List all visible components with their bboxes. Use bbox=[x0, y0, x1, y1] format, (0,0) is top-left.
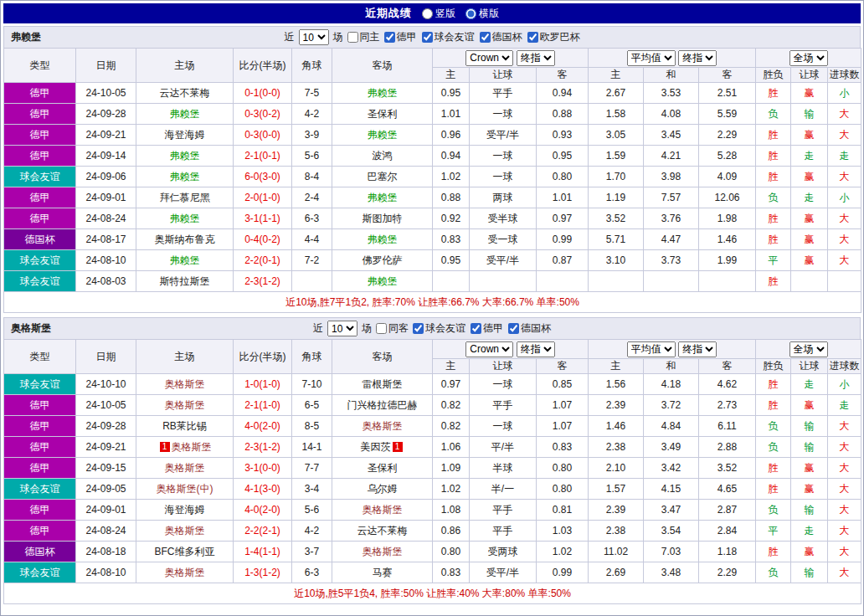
vertical-layout-radio[interactable] bbox=[422, 8, 433, 19]
recent-count-select[interactable]: 10 bbox=[327, 321, 357, 336]
team-name-cell[interactable]: 奥格斯堡 bbox=[136, 458, 234, 479]
team-name: 奥格斯堡 bbox=[165, 525, 205, 536]
league-filter-球会友谊[interactable]: 球会友谊 bbox=[422, 30, 475, 44]
team-name-cell[interactable]: 云达不莱梅 bbox=[136, 83, 234, 104]
layout-option-horizontal[interactable]: 横版 bbox=[465, 7, 499, 21]
result-handicap: 赢 bbox=[791, 83, 828, 104]
same-venue-checkbox[interactable] bbox=[376, 323, 387, 334]
league-filter-checkbox[interactable] bbox=[384, 32, 395, 43]
team-name-cell[interactable]: 奥格斯堡 bbox=[332, 542, 433, 562]
horizontal-layout-radio[interactable] bbox=[465, 8, 476, 19]
same-venue-filter[interactable]: 同客 bbox=[376, 321, 409, 336]
team-name-cell[interactable]: 奥格斯堡 bbox=[332, 500, 433, 521]
match-row: 球会友谊24-10-10奥格斯堡1-0(1-0)7-10雷根斯堡0.97一球0.… bbox=[4, 374, 861, 395]
odds-provider-select[interactable]: Crown bbox=[465, 341, 513, 357]
league-type-badge: 德甲 bbox=[4, 83, 76, 104]
layout-option-vertical[interactable]: 竖版 bbox=[422, 7, 455, 21]
team-name-cell[interactable]: 雷根斯堡 bbox=[332, 374, 433, 395]
team-name-cell[interactable]: 弗赖堡 bbox=[136, 104, 234, 125]
league-filter-checkbox[interactable] bbox=[413, 323, 424, 334]
avg-away: 3.52 bbox=[699, 458, 756, 479]
team-name-cell[interactable]: 圣保利 bbox=[332, 104, 433, 125]
team-name-cell[interactable]: 乌尔姆 bbox=[332, 479, 433, 500]
team-name-cell[interactable]: 门兴格拉德巴赫 bbox=[332, 395, 433, 416]
league-filter-checkbox[interactable] bbox=[471, 323, 481, 334]
same-venue-filter[interactable]: 同主 bbox=[347, 30, 380, 44]
team-name-cell[interactable]: 佛罗伦萨 bbox=[332, 250, 433, 271]
scope-select[interactable]: 全场 bbox=[789, 341, 828, 357]
team-name-cell[interactable]: 奥格斯堡(中) bbox=[136, 479, 234, 500]
team-name-cell[interactable]: 奥格斯堡 bbox=[332, 416, 433, 437]
avg-stage-select[interactable]: 终指 bbox=[678, 341, 717, 357]
team-name-cell[interactable]: 奥斯纳布鲁克 bbox=[136, 229, 234, 250]
team-name-cell[interactable]: 拜仁慕尼黑 bbox=[136, 187, 234, 208]
team-name-cell[interactable]: RB莱比锡 bbox=[136, 416, 234, 437]
league-filter-德甲[interactable]: 德甲 bbox=[384, 30, 417, 44]
odds-home: 1.06 bbox=[433, 437, 470, 458]
team-name-cell[interactable]: 弗赖堡 bbox=[332, 187, 433, 208]
odds-away: 1.07 bbox=[537, 416, 589, 437]
odds-away: 0.80 bbox=[537, 458, 589, 479]
league-filter-球会友谊[interactable]: 球会友谊 bbox=[413, 321, 465, 336]
team-name-cell[interactable]: 美因茨1 bbox=[332, 437, 433, 458]
league-type-badge: 德国杯 bbox=[4, 542, 76, 562]
team-name-cell[interactable]: 弗赖堡 bbox=[332, 125, 433, 146]
team-name-cell[interactable]: 斯图加特 bbox=[332, 208, 433, 229]
team-name: 海登海姆 bbox=[165, 129, 205, 141]
result-outcome: 负 bbox=[756, 416, 791, 437]
team-name-cell[interactable]: 弗赖堡 bbox=[136, 250, 234, 271]
match-date: 24-09-28 bbox=[76, 416, 136, 437]
result-goals: 大 bbox=[828, 500, 861, 521]
score-cell: 1-0(1-0) bbox=[234, 374, 292, 395]
team-name-cell[interactable]: 巴塞尔 bbox=[332, 167, 433, 187]
league-type-badge: 球会友谊 bbox=[4, 562, 76, 583]
team-name-cell[interactable]: 奥格斯堡 bbox=[136, 562, 234, 583]
league-filter-德甲[interactable]: 德甲 bbox=[471, 321, 503, 336]
league-filter-checkbox[interactable] bbox=[480, 32, 491, 43]
team-name: 奥格斯堡 bbox=[165, 462, 205, 474]
team-name-cell[interactable]: 斯特拉斯堡 bbox=[136, 271, 234, 292]
team-name-cell[interactable]: 弗赖堡 bbox=[136, 208, 234, 229]
odds-away: 0.87 bbox=[537, 250, 589, 271]
team-name-cell[interactable]: 海登海姆 bbox=[136, 500, 234, 521]
team-name-cell[interactable]: 海登海姆 bbox=[136, 125, 234, 146]
team-name-cell[interactable]: 奥格斯堡 bbox=[136, 521, 234, 542]
league-filter-checkbox[interactable] bbox=[422, 32, 433, 43]
team-name-cell[interactable]: 弗赖堡 bbox=[332, 83, 433, 104]
team-name-cell[interactable]: 圣保利 bbox=[332, 458, 433, 479]
team-name-cell[interactable]: 奥格斯堡 bbox=[136, 395, 234, 416]
odds-stage-select[interactable]: 终指 bbox=[517, 341, 555, 357]
avg-home: 2.39 bbox=[589, 500, 644, 521]
league-filter-欧罗巴杯[interactable]: 欧罗巴杯 bbox=[527, 30, 580, 44]
team-name-cell[interactable]: 弗赖堡 bbox=[332, 271, 433, 292]
avg-select[interactable]: 平均值 bbox=[627, 50, 676, 66]
avg-away: 4.65 bbox=[699, 479, 756, 500]
team-name-cell[interactable]: 波鸿 bbox=[332, 146, 433, 167]
team-name: 弗赖堡 bbox=[170, 213, 200, 224]
team-name-cell[interactable]: 1奥格斯堡 bbox=[136, 437, 234, 458]
odds-stage-select[interactable]: 终指 bbox=[517, 50, 555, 66]
team-name-cell[interactable]: 弗赖堡 bbox=[332, 229, 433, 250]
league-filter-checkbox[interactable] bbox=[508, 323, 519, 334]
result-outcome: 胜 bbox=[756, 542, 791, 562]
recent-count-select[interactable]: 10 bbox=[299, 29, 329, 45]
team-name-cell[interactable]: 马赛 bbox=[332, 562, 433, 583]
summary-row: 近10场,胜7平1负2, 胜率:70% 让胜率:66.7% 大率:66.7% 单… bbox=[4, 292, 861, 313]
scope-select[interactable]: 全场 bbox=[789, 50, 828, 66]
summary-row: 近10场,胜5平1负4, 胜率:50% 让胜率:40% 大率:80% 单率:50… bbox=[4, 583, 861, 604]
avg-stage-select[interactable]: 终指 bbox=[678, 50, 717, 66]
team-name-cell[interactable]: 弗赖堡 bbox=[136, 167, 234, 187]
result-handicap bbox=[791, 271, 828, 292]
avg-select[interactable]: 平均值 bbox=[627, 341, 676, 357]
team-name-cell[interactable]: 奥格斯堡 bbox=[136, 374, 234, 395]
league-filter-德国杯[interactable]: 德国杯 bbox=[480, 30, 522, 44]
team-name-cell[interactable]: 弗赖堡 bbox=[136, 146, 234, 167]
team-name-cell[interactable]: 云达不莱梅 bbox=[332, 521, 433, 542]
same-venue-checkbox[interactable] bbox=[347, 32, 358, 43]
team-name-cell[interactable]: BFC维多利亚 bbox=[136, 542, 234, 562]
subcol-odds-handicap: 让球 bbox=[470, 68, 537, 83]
league-filter-checkbox[interactable] bbox=[527, 32, 538, 43]
league-filter-德国杯[interactable]: 德国杯 bbox=[508, 321, 551, 336]
odds-provider-select[interactable]: Crown bbox=[465, 50, 513, 66]
red-card-badge: 1 bbox=[160, 442, 170, 452]
